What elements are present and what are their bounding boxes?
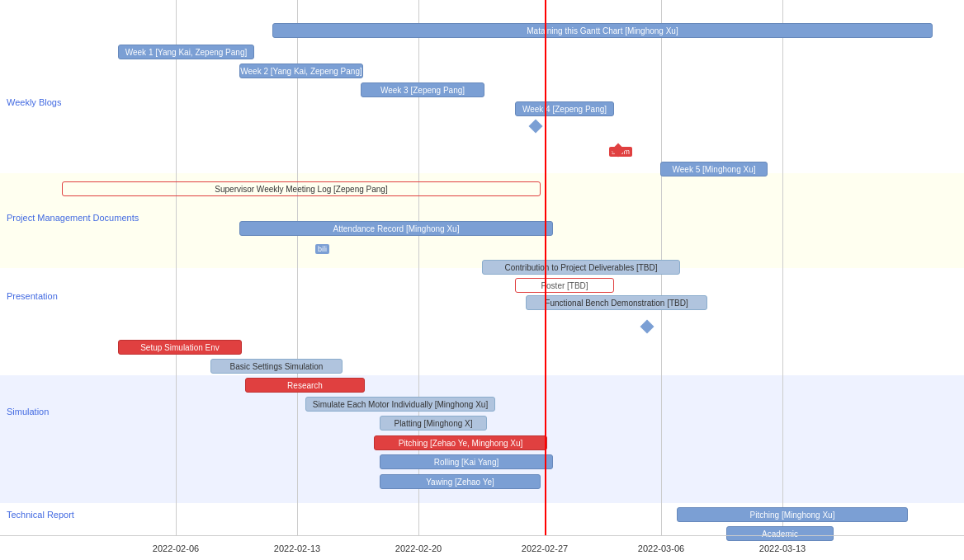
section-simulation: Simulation [7, 407, 49, 416]
bar-simulate-motor: Simulate Each Motor Individually [Mingho… [305, 397, 495, 412]
bar-gantt-chart: Mataining this Gantt Chart [Minghong Xu] [272, 23, 933, 38]
date-label-3: 2022-02-20 [395, 544, 442, 553]
date-label-5: 2022-03-06 [638, 544, 684, 553]
date-label-1: 2022-02-06 [153, 544, 199, 553]
date-label-4: 2022-02-27 [522, 544, 568, 553]
section-project-mgmt: Project Management Documents [7, 213, 139, 223]
vline-2 [297, 0, 298, 535]
bar-research: Research [245, 378, 365, 393]
bar-contribution: Contribution to Project Deliverables [TB… [482, 260, 680, 275]
vline-5 [782, 0, 783, 535]
bar-platting: Platting [Minghong X] [380, 416, 487, 431]
bar-poster: Poster [TBD] [515, 278, 614, 293]
section-weekly-blogs: Weekly Blogs [7, 97, 61, 107]
bar-supervisor-log: Supervisor Weekly Meeting Log [Zepeng Pa… [62, 181, 541, 196]
bar-basic-settings: Basic Settings Simulation [210, 359, 343, 374]
gantt-container: Weekly Blogs Project Management Document… [0, 0, 964, 560]
milestone-1 [529, 120, 543, 134]
bar-bench-demo: Functional Bench Demonstration [TBD] [526, 295, 707, 310]
bar-rolling: Rolling [Kai Yang] [380, 454, 553, 469]
badge-bili: bili [315, 244, 329, 254]
date-label-6: 2022-03-13 [759, 544, 806, 553]
section-technical-report: Technical Report [7, 510, 74, 520]
milestone-3 [640, 320, 654, 334]
bar-week1: Week 1 [Yang Kai, Zepeng Pang] [118, 45, 254, 59]
bar-week3: Week 3 [Zepeng Pang] [361, 82, 484, 97]
bar-week5: Week 5 [Minghong Xu] [660, 162, 768, 176]
date-axis: 2022-02-06 2022-02-13 2022-02-20 2022-02… [0, 535, 964, 560]
bar-week4: Week 4 [Zepeng Pang] [515, 101, 614, 116]
bar-pitching-zehao: Pitching [Zehao Ye, Minghong Xu] [374, 435, 547, 450]
today-line [545, 0, 546, 535]
bar-week2: Week 2 [Yang Kai, Zepeng Pang] [239, 64, 363, 78]
section-presentation: Presentation [7, 291, 58, 301]
bar-pitching-minghong: Pitching [Minghong Xu] [677, 507, 908, 522]
bar-setup-sim: Setup Simulation Env [118, 340, 242, 355]
bar-yawing: Yawing [Zehao Ye] [380, 474, 541, 489]
bar-attendance: Attendance Record [Minghong Xu] [239, 221, 553, 236]
vline-1 [176, 0, 177, 535]
date-label-2: 2022-02-13 [274, 544, 320, 553]
